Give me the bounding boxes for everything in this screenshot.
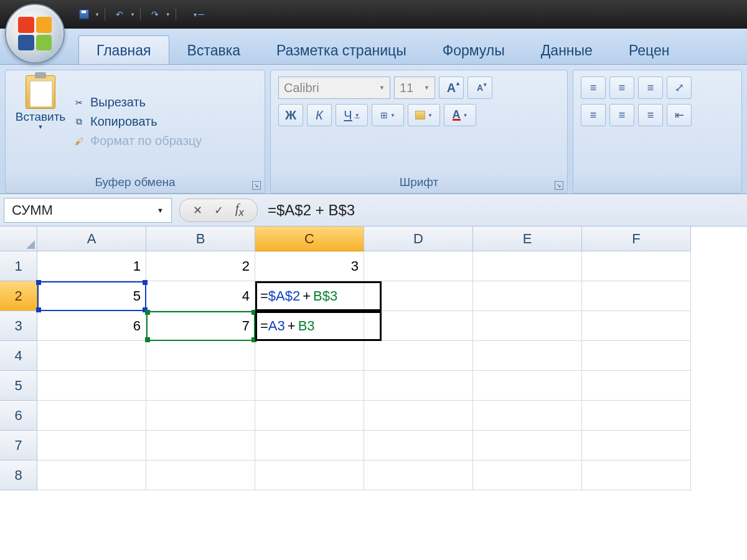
cell-D7[interactable] <box>364 431 473 460</box>
cell-C5[interactable] <box>255 371 364 401</box>
row-header-2[interactable]: 2 <box>0 281 37 311</box>
cell-A1[interactable]: 1 <box>37 251 146 281</box>
qat-redo-button[interactable]: ↷ <box>146 7 164 22</box>
cell-D1[interactable] <box>364 251 473 281</box>
row-header-4[interactable]: 4 <box>0 341 37 371</box>
cell-A6[interactable] <box>37 401 146 431</box>
dialog-launcher-icon[interactable]: ↘ <box>555 181 563 190</box>
row-header-8[interactable]: 8 <box>0 460 37 490</box>
row-header-5[interactable]: 5 <box>0 371 37 401</box>
cell-C2[interactable]: =$A$2 + B$3 <box>255 281 364 311</box>
cell-F3[interactable] <box>582 311 691 341</box>
cut-button[interactable]: ✂ Вырезать <box>73 95 202 110</box>
tab-review[interactable]: Рецен <box>611 35 688 64</box>
cell-A2[interactable]: 5 <box>37 281 146 311</box>
format-painter-button[interactable]: 🖌 Формат по образцу <box>73 134 202 148</box>
cell-D8[interactable] <box>364 460 473 490</box>
cell-E5[interactable] <box>473 371 582 401</box>
align-left-button[interactable]: ≡ <box>581 104 606 126</box>
paste-button[interactable]: Вставить ▼ <box>13 75 68 168</box>
chevron-down-icon[interactable]: ▼ <box>95 12 100 17</box>
orientation-button[interactable]: ⤢ <box>667 77 692 99</box>
cell-C6[interactable] <box>255 401 364 431</box>
align-top-button[interactable]: ≡ <box>581 77 606 99</box>
select-all-corner[interactable] <box>0 226 37 251</box>
align-right-button[interactable]: ≡ <box>638 104 663 126</box>
cell-B2[interactable]: 4 <box>146 281 255 311</box>
decrease-indent-button[interactable]: ⇤ <box>667 104 692 126</box>
row-header-3[interactable]: 3 <box>0 311 37 341</box>
col-header-D[interactable]: D <box>364 226 473 251</box>
chevron-down-icon[interactable]: ▼ <box>130 12 135 17</box>
enter-formula-button[interactable]: ✓ <box>210 202 227 219</box>
name-box[interactable]: СУММ ▼ <box>4 198 172 223</box>
font-name-combo[interactable]: Calibri ▼ <box>278 77 390 99</box>
cell-F1[interactable] <box>582 251 691 281</box>
cell-C7[interactable] <box>255 431 364 460</box>
align-center-button[interactable]: ≡ <box>609 104 634 126</box>
cell-D2[interactable] <box>364 281 473 311</box>
col-header-C[interactable]: C <box>255 226 364 251</box>
cell-B5[interactable] <box>146 371 255 401</box>
shrink-font-button[interactable]: A▾ <box>467 77 492 99</box>
cell-F6[interactable] <box>582 401 691 431</box>
tab-page-layout[interactable]: Разметка страницы <box>258 35 425 64</box>
cell-B3[interactable]: 7 <box>146 311 255 341</box>
cell-A4[interactable] <box>37 341 146 371</box>
qat-undo-button[interactable]: ↶ <box>110 7 129 22</box>
align-middle-button[interactable]: ≡ <box>609 77 634 99</box>
underline-button[interactable]: Ч▼ <box>336 104 368 126</box>
customize-qat-button[interactable]: ▾ <box>194 11 204 18</box>
tab-formulas[interactable]: Формулы <box>425 35 523 64</box>
tab-data[interactable]: Данные <box>523 35 611 64</box>
insert-function-button[interactable]: fx <box>231 202 248 219</box>
row-header-1[interactable]: 1 <box>0 251 37 281</box>
cancel-formula-button[interactable]: ✕ <box>189 202 206 219</box>
cell-F5[interactable] <box>582 371 691 401</box>
cell-B7[interactable] <box>146 431 255 460</box>
cell-E3[interactable] <box>473 311 582 341</box>
spreadsheet-grid[interactable]: A B C D E F 1 2 3 4 5 6 7 8 1 <box>0 226 747 560</box>
cell-E2[interactable] <box>473 281 582 311</box>
font-color-button[interactable]: A▼ <box>444 104 476 126</box>
dialog-launcher-icon[interactable]: ↘ <box>252 181 261 190</box>
formula-input[interactable]: =$A$2 + B$3 <box>265 199 747 222</box>
cell-F7[interactable] <box>582 431 691 460</box>
cell-B6[interactable] <box>146 401 255 431</box>
cell-C1[interactable]: 3 <box>255 251 364 281</box>
grow-font-button[interactable]: A▴ <box>439 77 464 99</box>
cell-C3[interactable]: = A3 + B3 <box>255 311 364 341</box>
cell-A8[interactable] <box>37 460 146 490</box>
row-header-7[interactable]: 7 <box>0 431 37 460</box>
cell-B8[interactable] <box>146 460 255 490</box>
cell-E8[interactable] <box>473 460 582 490</box>
cell-E1[interactable] <box>473 251 582 281</box>
align-bottom-button[interactable]: ≡ <box>638 77 663 99</box>
cell-C8[interactable] <box>255 460 364 490</box>
row-header-6[interactable]: 6 <box>0 401 37 431</box>
cell-F8[interactable] <box>582 460 691 490</box>
qat-save-button[interactable] <box>75 7 93 22</box>
tab-insert[interactable]: Вставка <box>169 35 259 64</box>
col-header-A[interactable]: A <box>37 226 146 251</box>
col-header-E[interactable]: E <box>473 226 582 251</box>
cell-C4[interactable] <box>255 341 364 371</box>
cell-D4[interactable] <box>364 341 473 371</box>
cell-D6[interactable] <box>364 401 473 431</box>
chevron-down-icon[interactable]: ▼ <box>166 12 171 17</box>
copy-button[interactable]: ⧉ Копировать <box>73 114 202 129</box>
office-button[interactable] <box>5 4 65 63</box>
cell-F4[interactable] <box>582 341 691 371</box>
cell-E4[interactable] <box>473 341 582 371</box>
cell-D3[interactable] <box>364 311 473 341</box>
cell-B1[interactable]: 2 <box>146 251 255 281</box>
col-header-F[interactable]: F <box>582 226 691 251</box>
cell-B4[interactable] <box>146 341 255 371</box>
bold-button[interactable]: Ж <box>278 104 303 126</box>
cell-E7[interactable] <box>473 431 582 460</box>
cell-F2[interactable] <box>582 281 691 311</box>
cell-A3[interactable]: 6 <box>37 311 146 341</box>
cell-A7[interactable] <box>37 431 146 460</box>
borders-button[interactable]: ⊞▼ <box>372 104 404 126</box>
cell-A5[interactable] <box>37 371 146 401</box>
